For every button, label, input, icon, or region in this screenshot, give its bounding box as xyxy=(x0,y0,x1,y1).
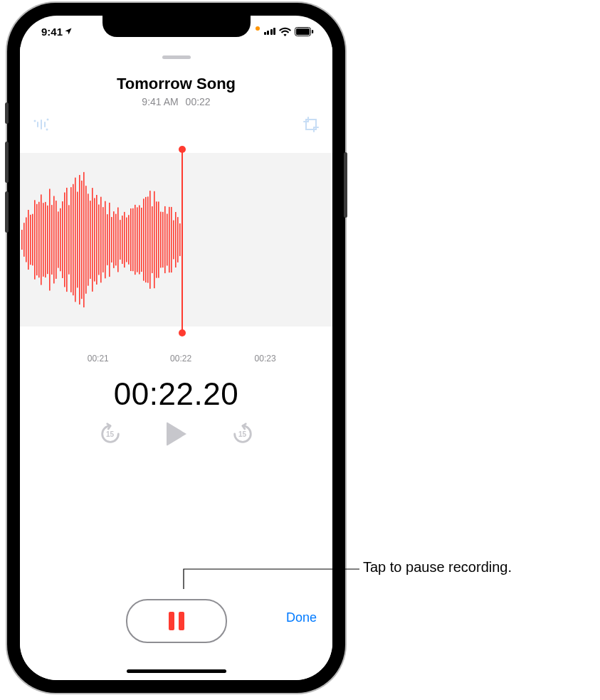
svg-rect-48 xyxy=(94,198,95,281)
home-indicator[interactable] xyxy=(127,669,226,673)
svg-rect-81 xyxy=(164,206,166,273)
svg-rect-73 xyxy=(147,196,149,282)
skip-fwd-15-button: 15 xyxy=(231,422,255,446)
svg-rect-40 xyxy=(77,192,78,288)
svg-rect-47 xyxy=(92,188,93,292)
waveform-graphic xyxy=(20,153,332,327)
play-button xyxy=(167,422,186,446)
svg-rect-20 xyxy=(34,200,36,279)
svg-point-8 xyxy=(46,129,48,131)
svg-rect-2 xyxy=(312,30,313,33)
svg-rect-85 xyxy=(173,221,174,260)
status-bar: 9:41 xyxy=(20,16,332,47)
svg-rect-30 xyxy=(56,201,57,279)
svg-rect-32 xyxy=(60,208,61,271)
svg-rect-56 xyxy=(111,217,112,262)
playhead-line[interactable] xyxy=(181,149,183,334)
elapsed-timer: 00:22.20 xyxy=(20,376,332,412)
svg-rect-45 xyxy=(88,193,89,285)
svg-rect-29 xyxy=(53,196,55,284)
svg-point-6 xyxy=(34,120,36,122)
skip-back-number: 15 xyxy=(98,422,122,446)
volume-down-button xyxy=(5,191,9,233)
svg-rect-16 xyxy=(26,218,27,262)
svg-rect-1 xyxy=(296,28,310,35)
svg-rect-70 xyxy=(141,208,142,272)
svg-rect-19 xyxy=(32,214,33,265)
svg-rect-27 xyxy=(49,189,51,290)
svg-rect-84 xyxy=(171,207,172,272)
svg-rect-57 xyxy=(113,211,115,268)
svg-rect-26 xyxy=(47,206,48,274)
svg-rect-60 xyxy=(120,220,121,260)
svg-rect-75 xyxy=(152,206,153,273)
svg-rect-82 xyxy=(167,214,168,266)
svg-rect-41 xyxy=(79,175,80,304)
recording-indicator-dot xyxy=(256,26,260,31)
playback-controls: 15 15 xyxy=(20,422,332,446)
pause-icon xyxy=(169,612,184,630)
phone-frame: 9:41 xyxy=(7,3,345,693)
svg-rect-36 xyxy=(68,205,70,274)
timeline-tick: 00:21 xyxy=(88,354,109,364)
svg-rect-86 xyxy=(175,212,177,267)
svg-rect-87 xyxy=(177,217,179,262)
svg-rect-44 xyxy=(85,186,87,294)
svg-rect-88 xyxy=(179,223,181,256)
svg-rect-34 xyxy=(64,193,65,287)
timeline-tick: 00:23 xyxy=(255,354,276,364)
playhead-dot-bottom xyxy=(179,329,186,336)
power-button xyxy=(344,152,347,218)
cellular-icon xyxy=(264,28,276,35)
waveform-area[interactable]: 00:2100:2200:230 xyxy=(20,146,332,366)
svg-rect-35 xyxy=(66,188,68,292)
svg-rect-23 xyxy=(41,194,42,285)
svg-rect-24 xyxy=(43,203,44,277)
svg-rect-17 xyxy=(28,210,29,270)
svg-rect-69 xyxy=(139,205,140,274)
svg-rect-55 xyxy=(109,203,110,277)
svg-rect-77 xyxy=(156,201,157,277)
done-button[interactable]: Done xyxy=(286,610,317,625)
svg-rect-21 xyxy=(36,204,38,275)
timeline-tick: 00:22 xyxy=(170,354,191,364)
recording-time: 9:41 AM xyxy=(142,96,178,107)
svg-rect-37 xyxy=(70,187,72,292)
svg-rect-54 xyxy=(107,214,108,265)
svg-rect-50 xyxy=(98,205,100,275)
svg-rect-46 xyxy=(90,201,91,279)
svg-rect-15 xyxy=(23,223,25,257)
svg-rect-83 xyxy=(169,207,170,272)
svg-rect-49 xyxy=(96,195,98,285)
svg-rect-42 xyxy=(81,181,83,299)
svg-rect-71 xyxy=(143,198,144,280)
svg-rect-68 xyxy=(137,207,138,272)
svg-rect-51 xyxy=(100,197,102,283)
svg-rect-80 xyxy=(162,212,164,267)
svg-rect-62 xyxy=(124,212,125,267)
location-arrow-icon xyxy=(64,27,73,36)
status-time: 9:41 xyxy=(41,26,63,38)
svg-rect-74 xyxy=(149,191,151,289)
panel-grabber[interactable] xyxy=(162,55,191,59)
svg-rect-76 xyxy=(154,191,155,288)
svg-rect-22 xyxy=(38,202,40,278)
callout-pause: Tap to pause recording. xyxy=(363,559,512,576)
svg-rect-59 xyxy=(117,208,119,272)
svg-rect-14 xyxy=(21,230,23,250)
silence-switch xyxy=(5,102,9,124)
pause-recording-button[interactable] xyxy=(126,599,227,643)
svg-rect-38 xyxy=(73,184,74,295)
skip-back-15-button: 15 xyxy=(98,422,122,446)
svg-rect-61 xyxy=(122,216,123,264)
battery-icon xyxy=(295,27,314,36)
svg-rect-39 xyxy=(75,178,76,302)
svg-rect-33 xyxy=(62,201,63,278)
svg-rect-64 xyxy=(128,215,130,264)
skip-fwd-number: 15 xyxy=(231,422,255,446)
svg-rect-25 xyxy=(45,202,46,277)
enhance-icon[interactable] xyxy=(33,116,50,133)
trim-icon[interactable] xyxy=(302,116,320,133)
recording-title: Tomorrow Song xyxy=(20,75,332,93)
svg-point-7 xyxy=(47,119,49,121)
